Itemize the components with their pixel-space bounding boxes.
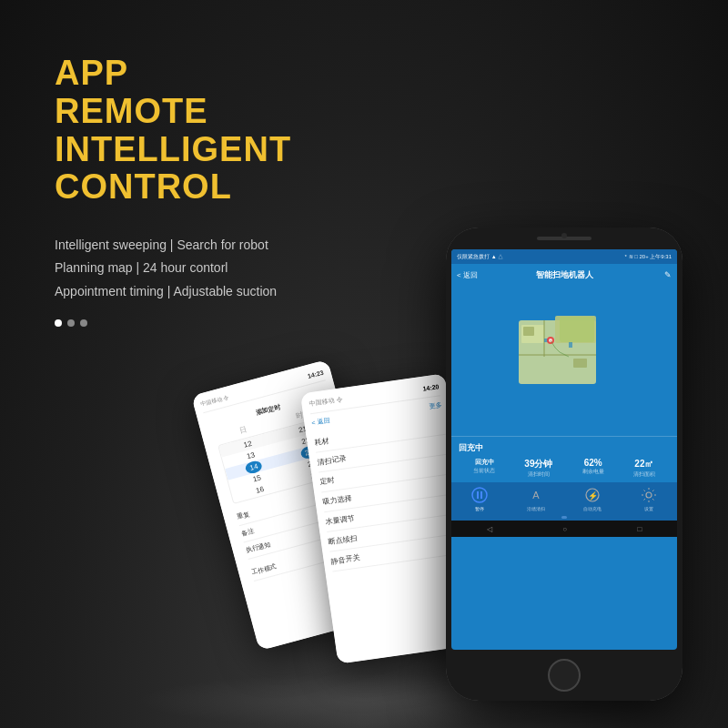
stat-time: 39分钟 清扫时间: [524, 458, 552, 479]
svg-text:A: A: [532, 490, 540, 500]
stat-time-label: 清扫时间: [524, 470, 552, 479]
card-1-signal: 中国移动 令: [308, 395, 343, 409]
robot-map: [505, 302, 623, 420]
nav-settings[interactable]: 设置: [621, 486, 677, 511]
phone-main-inner: 仅限紧急拨打 ▲ △ * ≋ □ 20+ 上午9:31 < 返回 智能扫地机器人…: [446, 228, 682, 701]
status-right: * ≋ □ 20+ 上午9:31: [625, 253, 672, 261]
stat-area-val: 22㎡: [633, 458, 655, 470]
nav-dot-indicator: [561, 516, 567, 519]
phone-camera: [561, 233, 567, 238]
status-section: 回充中 回充中 当前状态 39分钟 清扫时间 62%: [451, 436, 677, 482]
dot-2[interactable]: [67, 319, 75, 327]
phone-screen: 仅限紧急拨打 ▲ △ * ≋ □ 20+ 上午9:31 < 返回 智能扫地机器人…: [451, 249, 677, 650]
stat-area-label: 清扫面积: [633, 470, 655, 479]
bottom-nav: 暂停 A 沿墙清扫: [451, 482, 677, 513]
wall-clean-icon: A: [528, 487, 544, 503]
dot-1[interactable]: [55, 319, 62, 327]
android-recents[interactable]: □: [637, 525, 642, 533]
nav-wall-clean[interactable]: A 沿墙清扫: [508, 486, 564, 511]
nav-settings-label: 设置: [621, 506, 677, 511]
nav-pause[interactable]: 暂停: [451, 486, 508, 511]
android-back[interactable]: ◁: [487, 525, 492, 533]
robot-state: 回充中: [459, 442, 670, 454]
charge-icon: ⚡: [584, 487, 601, 503]
pause-icon: [471, 487, 488, 503]
nav-dot-bar: [451, 513, 677, 521]
svg-point-19: [646, 492, 652, 498]
android-home[interactable]: ○: [562, 525, 567, 533]
status-left: 仅限紧急拨打 ▲ △: [457, 253, 503, 261]
stat-area: 22㎡ 清扫面积: [633, 458, 655, 479]
screen-header: < 返回 智能扫地机器人 ✎: [451, 264, 677, 286]
map-area: [451, 286, 677, 436]
stat-battery-val: 62%: [582, 458, 604, 468]
svg-rect-15: [480, 491, 482, 499]
nav-pause-label: 暂停: [451, 506, 508, 511]
cal-col-label: 日: [238, 425, 248, 437]
stat-battery: 62% 剩余电量: [582, 458, 604, 479]
svg-point-13: [472, 488, 487, 502]
nav-auto-charge[interactable]: ⚡ 自动充电: [564, 486, 621, 511]
nav-wall-label: 沿墙清扫: [508, 506, 564, 511]
card-1-back[interactable]: < 返回: [311, 416, 330, 428]
phones-area: 中国移动 令 14:23 添加定时 日 时 12 21: [218, 36, 728, 728]
dot-3[interactable]: [80, 319, 87, 327]
screen-status-bar: 仅限紧急拨打 ▲ △ * ≋ □ 20+ 上午9:31: [451, 249, 677, 264]
stat-battery-label: 剩余电量: [582, 468, 604, 476]
stats-row: 回充中 当前状态 39分钟 清扫时间 62% 剩余电量: [459, 458, 670, 479]
svg-rect-12: [573, 359, 587, 368]
stat-state-val: 回充中: [473, 458, 495, 467]
card-1-more[interactable]: 更多: [429, 400, 442, 411]
svg-rect-8: [569, 342, 572, 348]
screen-edit-icon[interactable]: ✎: [664, 270, 672, 279]
svg-text:⚡: ⚡: [588, 490, 599, 501]
screen-app-title: 智能扫地机器人: [536, 269, 593, 281]
background: APP REMOTE INTELLIGENT CONTROL Intellige…: [0, 0, 728, 728]
settings-icon: [641, 487, 657, 503]
phone-main: 仅限紧急拨打 ▲ △ * ≋ □ 20+ 上午9:31 < 返回 智能扫地机器人…: [446, 228, 682, 701]
stat-time-val: 39分钟: [524, 458, 552, 470]
screen-back-button[interactable]: < 返回: [457, 270, 478, 280]
card-2-carrier: 中国移动 令: [200, 393, 230, 409]
phone-home-button[interactable]: [548, 659, 581, 692]
card-2-time: 14:23: [307, 369, 324, 379]
nav-charge-label: 自动充电: [564, 506, 621, 511]
svg-rect-11: [523, 327, 534, 336]
card-1-time: 14:20: [422, 383, 440, 391]
stat-state: 回充中 当前状态: [473, 458, 495, 479]
stat-state-label: 当前状态: [473, 467, 495, 475]
svg-rect-14: [477, 491, 479, 499]
android-nav: ◁ ○ □: [451, 521, 677, 537]
svg-rect-6: [560, 317, 594, 342]
